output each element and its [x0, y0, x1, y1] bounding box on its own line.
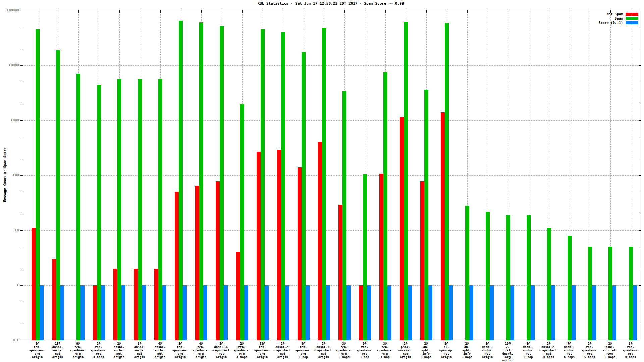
bar-not-spam [175, 192, 179, 340]
y-minor-tick [20, 324, 22, 324]
bar-score-0-1- [633, 285, 637, 340]
bar-score-0-1- [306, 285, 310, 340]
y-tick-label: 100 [1, 173, 19, 177]
bar-score-0-1- [408, 285, 412, 340]
x-tick [426, 10, 427, 13]
bar-score-0-1- [449, 285, 453, 340]
bar-spam [302, 52, 306, 340]
legend-row-score: Score (0..1) [599, 21, 638, 25]
x-category-label: 2@ dnsbl-3. uceprotect. net origin [211, 342, 231, 359]
x-tick [119, 10, 120, 13]
x-category-label: 2@ zen. spamhaus. org 1 hop [295, 342, 312, 359]
x-tick [242, 10, 243, 13]
bar-not-spam [400, 117, 404, 340]
bar-spam [117, 79, 121, 340]
x-tick [160, 10, 161, 13]
x-category-label: 4@ dnsbl. sorbs. net origin [155, 342, 166, 359]
y-tick-label: 10000 [1, 63, 19, 67]
bar-not-spam [195, 186, 199, 340]
x-tick [58, 10, 58, 13]
x-tick [570, 10, 570, 13]
y-minor-tick [640, 159, 641, 159]
y-minor-tick [20, 214, 22, 214]
y-minor-tick [20, 159, 22, 159]
bar-score-0-1- [101, 285, 105, 340]
bar-spam [322, 28, 326, 340]
bar-score-0-1- [183, 285, 187, 340]
legend-row-spam: Spam [599, 16, 638, 21]
y-minor-tick [20, 104, 22, 104]
x-category-label: 10@ 2. list. dnswl. org origin [502, 342, 514, 362]
bar-score-0-1- [572, 285, 576, 340]
bar-not-spam [359, 285, 363, 340]
x-tick [508, 10, 508, 13]
bar-spam [404, 22, 408, 340]
x-category-label: 3@ zen. spamhaus. org origin [172, 342, 189, 359]
bar-spam [568, 236, 572, 340]
bar-spam [36, 29, 40, 340]
bar-spam [608, 247, 612, 340]
bar-not-spam [277, 150, 281, 340]
x-category-label: 3@ zen. spamhaus. org 3 hops [336, 342, 353, 359]
bar-spam [629, 247, 633, 340]
x-tick [610, 10, 611, 13]
legend-swatch-score-icon [626, 21, 638, 24]
x-tick [529, 10, 529, 13]
x-category-label: 2@ psbl. surriel. com origin [398, 342, 413, 359]
legend-swatch-not-spam-icon [626, 13, 638, 16]
bar-spam [445, 23, 449, 340]
y-minor-tick [20, 27, 22, 27]
bar-not-spam [236, 252, 240, 340]
plot-area: Not Spam Spam Score (0..1) [20, 10, 641, 340]
bar-spam [138, 79, 142, 340]
y-major-tick [20, 230, 23, 231]
bar-score-0-1- [387, 285, 391, 340]
legend: Not Spam Spam Score (0..1) [599, 12, 638, 25]
bar-score-0-1- [469, 285, 473, 340]
bar-score-0-1- [265, 285, 269, 340]
bar-spam [363, 174, 367, 340]
x-category-label: 2@ db. wpbl. info 5 hops [462, 342, 473, 359]
bar-score-0-1- [285, 285, 289, 340]
legend-label-not-spam: Not Spam [607, 12, 623, 16]
bar-spam [97, 85, 101, 340]
y-minor-tick [640, 49, 641, 49]
bar-not-spam [338, 205, 342, 340]
y-major-tick [20, 175, 23, 176]
x-tick [590, 10, 590, 13]
x-tick [385, 10, 386, 13]
bar-score-0-1- [60, 285, 64, 340]
bar-spam [261, 29, 265, 340]
bar-score-0-1- [510, 285, 514, 340]
bar-spam [486, 212, 490, 340]
y-tick-label: 10 [1, 228, 19, 232]
x-tick [304, 10, 304, 13]
y-major-tick [639, 120, 641, 121]
x-tick [488, 10, 488, 13]
x-tick [78, 10, 79, 13]
bar-spam [199, 22, 203, 340]
bar-score-0-1- [162, 285, 166, 340]
x-category-label: 2@ dnsbl-1. uceprotect. net origin [314, 342, 334, 359]
bar-spam [383, 72, 387, 340]
y-minor-tick [640, 302, 641, 302]
y-minor-tick [640, 324, 641, 324]
y-tick-label: 1 [1, 283, 19, 287]
bar-spam [220, 26, 224, 340]
bar-score-0-1- [40, 285, 44, 340]
x-tick [631, 10, 631, 13]
bar-spam [76, 74, 80, 340]
y-tick-label: 0.1 [1, 338, 19, 342]
bar-not-spam [257, 152, 261, 340]
y-minor-tick [640, 192, 641, 192]
bar-spam [158, 79, 162, 340]
legend-swatch-spam-icon [626, 17, 638, 20]
y-minor-tick [20, 49, 22, 49]
bar-spam [527, 215, 531, 340]
x-tick [344, 10, 345, 13]
x-tick [38, 10, 38, 13]
x-category-label: 15@ dnsbl. sorbs. net origin [52, 342, 63, 359]
x-category-label: 4@ zen. spamhaus. org origin [193, 342, 209, 359]
bar-spam [547, 228, 551, 340]
x-tick [201, 10, 202, 13]
